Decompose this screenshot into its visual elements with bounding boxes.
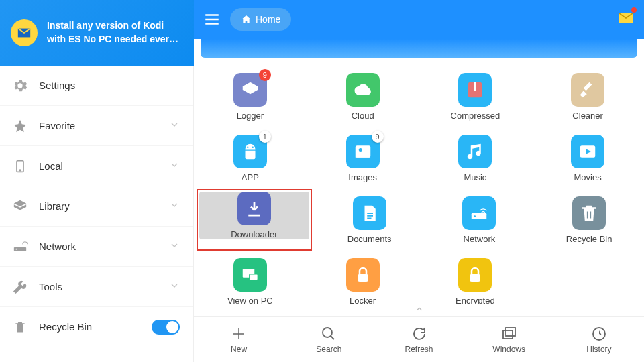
grid-item-label: Locker (350, 296, 376, 305)
download-icon (237, 192, 271, 225)
gear-icon (12, 78, 28, 94)
notifications-icon[interactable] (617, 9, 635, 29)
collapse-chevron[interactable] (194, 304, 644, 316)
grid-item-label: Documents (347, 234, 392, 244)
svg-rect-11 (472, 213, 487, 219)
sidebar-item-network[interactable]: Network (0, 227, 193, 267)
grid-item-view-on-pc[interactable]: View on PC (194, 251, 307, 304)
home-grid: 9LoggerCloudCompressedCleaner1APP9Images… (194, 58, 644, 304)
sidebar-item-label: Favorite (39, 120, 169, 131)
grid-item-movies[interactable]: Movies (531, 127, 644, 189)
chevron-down-icon (169, 240, 180, 253)
grid-item-label: Cloud (352, 111, 374, 121)
grid-item-cloud[interactable]: Cloud (307, 66, 419, 127)
grid-item-encrypted[interactable]: Encrypted (419, 251, 532, 304)
lock2-icon (458, 258, 492, 292)
mail-icon (11, 19, 38, 46)
bottombar-windows[interactable]: Windows (464, 317, 554, 362)
grid-item-label: Compressed (451, 111, 500, 121)
windows-icon (501, 326, 517, 342)
bottom-bar: New Search Refresh Windows History (194, 316, 644, 362)
grid-item-label: Movies (574, 172, 602, 182)
svg-rect-5 (474, 82, 476, 90)
badge: 9 (372, 131, 384, 143)
bottombar-label: Search (316, 345, 341, 354)
svg-rect-19 (506, 328, 515, 336)
promo-banner[interactable]: Install any version of Kodi with ES No P… (0, 0, 194, 66)
star-icon (12, 118, 28, 134)
sidebar-item-label: Tools (39, 281, 169, 292)
main-pane: Home 9LoggerCloudCompressedCleaner1APP9I… (194, 0, 644, 362)
sidebar-item-label: Network (39, 241, 169, 252)
svg-rect-18 (503, 330, 513, 339)
bottombar-search[interactable]: Search (284, 317, 374, 362)
android-icon: 1 (233, 135, 267, 168)
doc-icon (353, 196, 386, 230)
layers-icon (12, 198, 28, 215)
grid-item-label: Recycle Bin (566, 234, 612, 244)
grid-item-cleaner[interactable]: Cleaner (531, 66, 644, 127)
grid-item-logger[interactable]: 9Logger (194, 66, 307, 127)
sidebar: Install any version of Kodi with ES No P… (0, 0, 194, 362)
phone-icon (12, 158, 28, 174)
bottombar-label: New (231, 345, 247, 354)
grid-item-label: Downloader (231, 229, 277, 239)
svg-rect-14 (250, 274, 258, 280)
search-icon (321, 326, 337, 342)
refresh-icon (411, 326, 427, 342)
broom-icon (571, 73, 604, 107)
grid-item-compressed[interactable]: Compressed (419, 66, 532, 127)
grid-item-images[interactable]: 9Images (307, 127, 419, 189)
sidebar-item-recyclebin[interactable]: Recycle Bin (0, 307, 193, 347)
movie-icon (571, 135, 604, 168)
router-icon (462, 196, 496, 230)
grid-item-network[interactable]: Network (425, 189, 535, 251)
svg-point-7 (252, 146, 254, 148)
bottombar-label: Refresh (405, 345, 433, 354)
grid-item-app[interactable]: 1APP (194, 127, 307, 189)
grid-item-recycle-bin[interactable]: Recycle Bin (534, 189, 644, 251)
trash-icon (572, 196, 606, 230)
image-icon: 9 (346, 135, 380, 168)
grid-item-locker[interactable]: Locker (307, 251, 419, 304)
grid-item-label: APP (241, 172, 259, 182)
sidebar-item-favorite[interactable]: Favorite (0, 106, 193, 146)
recyclebin-toggle[interactable] (152, 320, 180, 335)
grid-item-documents[interactable]: Documents (315, 189, 425, 251)
cloud-icon (346, 73, 380, 107)
menu-icon[interactable] (203, 11, 221, 28)
svg-point-1 (19, 170, 21, 171)
grid-item-label: Logger (237, 111, 264, 121)
sidebar-item-local[interactable]: Local (0, 146, 193, 186)
svg-rect-15 (358, 274, 368, 281)
breadcrumb-home[interactable]: Home (230, 8, 291, 31)
trash-icon (12, 319, 28, 335)
svg-point-17 (323, 328, 332, 337)
grid-item-music[interactable]: Music (419, 127, 532, 189)
router-icon (12, 239, 28, 255)
wrench-icon (12, 279, 28, 295)
grid-item-label: Cleaner (572, 111, 603, 121)
sidebar-item-label: Library (39, 200, 169, 212)
bottombar-new[interactable]: New (194, 317, 284, 362)
svg-point-6 (247, 146, 249, 148)
chevron-down-icon (169, 200, 180, 213)
sidebar-item-settings[interactable]: Settings (0, 66, 193, 106)
clock-icon (591, 326, 607, 342)
sidebar-list: Settings Favorite Local Library Network … (0, 66, 194, 362)
grid-item-label: Music (464, 172, 486, 182)
badge: 9 (259, 69, 271, 81)
bottombar-refresh[interactable]: Refresh (374, 317, 464, 362)
music-icon (458, 135, 492, 168)
bottombar-history[interactable]: History (554, 317, 644, 362)
chevron-down-icon (169, 280, 180, 294)
plus-icon (231, 326, 247, 342)
grid-item-label: Encrypted (455, 296, 495, 305)
sidebar-item-library[interactable]: Library (0, 186, 193, 227)
sidebar-item-tools[interactable]: Tools (0, 267, 193, 307)
bottombar-label: Windows (492, 345, 525, 354)
grid-item-downloader[interactable]: Downloader (199, 192, 309, 239)
sidebar-item-label: Local (39, 160, 169, 172)
home-icon (241, 14, 252, 25)
sidebar-item-label: Settings (39, 80, 180, 91)
